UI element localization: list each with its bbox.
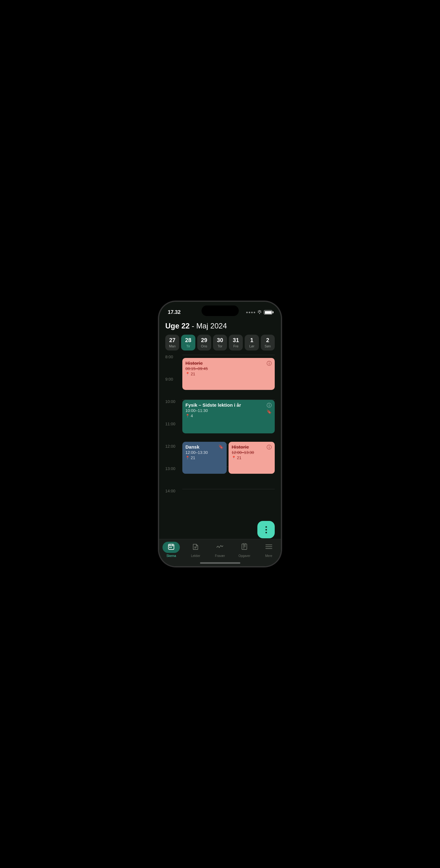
month-year: Maj 2024 [196,321,227,330]
event-time-historie1: 08:15–09:45 [185,366,272,371]
main-content: Uge 22 - Maj 2024 27 Man 28 Tir 29 Ons [159,318,281,539]
tab-lektier[interactable]: Lektier [183,542,208,558]
tab-label-fravaer: Fravær [215,554,225,558]
svg-rect-12 [243,543,245,545]
battery-icon [264,310,272,314]
tab-fravaer-bg [211,542,229,553]
tab-mere[interactable]: Mere [257,542,281,558]
location-pin-icon-dansk: 📍 [185,456,190,460]
tab-lektier-icon [192,543,199,552]
time-label-9: 9:00 [165,377,182,381]
tab-label-mere: Mere [265,554,272,558]
day-number-fri: 31 [233,337,239,344]
bookmark-icon-dansk: 🔖 [218,444,224,449]
bookmark-icon-fysik: 🔖 [266,409,272,414]
tab-mere-icon [265,544,272,551]
day-number-sun: 2 [266,337,269,344]
week-number: Uge 22 [165,321,190,330]
fab-button[interactable] [257,521,275,538]
day-name-fri: Fre [234,344,239,348]
tab-opgaver-icon [241,543,248,552]
tab-mere-bg [260,542,277,553]
location-text-fysik: 4 [191,413,193,418]
events-container: Historie 08:15–09:45 📍 21 ⓘ Fysik – Sids… [182,355,275,539]
event-dansk[interactable]: Dansk 12:00–13:30 📍 21 🔖 [182,442,227,474]
day-btn-wed[interactable]: 29 Ons [197,335,211,350]
tab-skema[interactable]: Skema [159,542,183,558]
day-btn-sat[interactable]: 1 Lør [245,335,259,350]
info-icon-fysik: ⓘ [267,402,272,409]
tab-opgaver[interactable]: Opgaver [232,542,257,558]
location-pin-icon: 📍 [185,372,190,376]
time-label-11: 11:00 [165,422,182,426]
info-icon-historie2: ⓘ [267,444,272,451]
event-location-dansk: 📍 21 [185,456,224,460]
tab-label-lektier: Lektier [191,554,200,558]
event-title-historie1: Historie [185,361,272,366]
day-number-tue: 28 [185,337,191,344]
event-location-historie1: 📍 21 [185,372,272,376]
tab-label-skema: Skema [167,554,176,558]
location-pin-icon-historie2: 📍 [232,456,236,460]
info-icon-historie1: ⓘ [267,361,272,367]
tab-lektier-bg [187,542,204,553]
tab-opgaver-bg [236,542,253,553]
day-btn-sun[interactable]: 2 Søn [261,335,275,350]
day-selector: 27 Man 28 Tir 29 Ons 30 Tor 31 Fre [165,335,275,350]
dynamic-island [202,306,239,316]
location-text-historie1: 21 [191,372,195,376]
week-header: Uge 22 - Maj 2024 [165,318,275,335]
day-number-wed: 29 [201,337,207,344]
tab-label-opgaver: Opgaver [238,554,250,558]
svg-rect-5 [171,547,172,548]
schedule-area: 8:00 9:00 10:00 11:00 [165,355,275,539]
day-name-mon: Man [169,344,175,348]
event-title-dansk: Dansk [185,444,224,450]
day-name-tue: Tir [187,344,190,348]
event-time-dansk: 12:00–13:30 [185,450,224,455]
day-name-sun: Søn [265,344,271,348]
status-icons [246,310,272,315]
week-title: Uge 22 - Maj 2024 [165,321,275,330]
day-number-thu: 30 [217,337,223,344]
time-label-12: 12:00 [165,444,182,448]
event-location-historie2: 📍 21 [232,456,272,460]
event-title-fysik: Fysik – Sidste lektion i år [185,402,272,408]
event-time-fysik: 10:00–11:30 [185,408,272,413]
week-separator: - [190,321,196,330]
event-title-historie2: Historie [232,444,272,450]
location-text-historie2: 21 [237,456,241,460]
fab-dots-icon [265,526,267,533]
day-btn-thu[interactable]: 30 Tor [213,335,227,350]
tab-skema-icon [168,543,175,552]
event-time-historie2: 12:00–13:30 [232,450,272,455]
time-label-8: 8:00 [165,355,182,359]
wifi-icon [257,310,262,315]
day-name-wed: Ons [201,344,207,348]
svg-rect-0 [168,544,174,550]
day-btn-mon[interactable]: 27 Man [165,335,179,350]
time-label-13: 13:00 [165,467,182,471]
svg-rect-4 [169,547,170,548]
day-btn-fri[interactable]: 31 Fre [229,335,243,350]
day-name-sat: Lør [249,344,255,348]
event-fysik[interactable]: Fysik – Sidste lektion i år 10:00–11:30 … [182,400,275,433]
tab-skema-bg [163,542,180,553]
event-historie-2[interactable]: Historie 12:00–13:30 📍 21 ⓘ [229,442,275,474]
location-pin-icon-fysik: 📍 [185,414,190,418]
event-historie-1[interactable]: Historie 08:15–09:45 📍 21 ⓘ [182,358,275,390]
time-label-14: 14:00 [165,489,182,493]
day-name-thu: Tor [218,344,222,348]
day-number-mon: 27 [169,337,175,344]
phone-frame: 17.32 [159,302,281,566]
day-btn-tue[interactable]: 28 Tir [181,335,195,350]
time-label-10: 10:00 [165,400,182,404]
phone-screen: 17.32 [159,302,281,566]
tab-fravaer[interactable]: Fravær [208,542,232,558]
event-location-fysik: 📍 4 [185,413,272,418]
signal-icon [246,312,255,313]
location-text-dansk: 21 [191,456,195,460]
tab-fravaer-icon [216,543,223,552]
day-number-sat: 1 [250,337,253,344]
status-time: 17.32 [168,309,180,315]
